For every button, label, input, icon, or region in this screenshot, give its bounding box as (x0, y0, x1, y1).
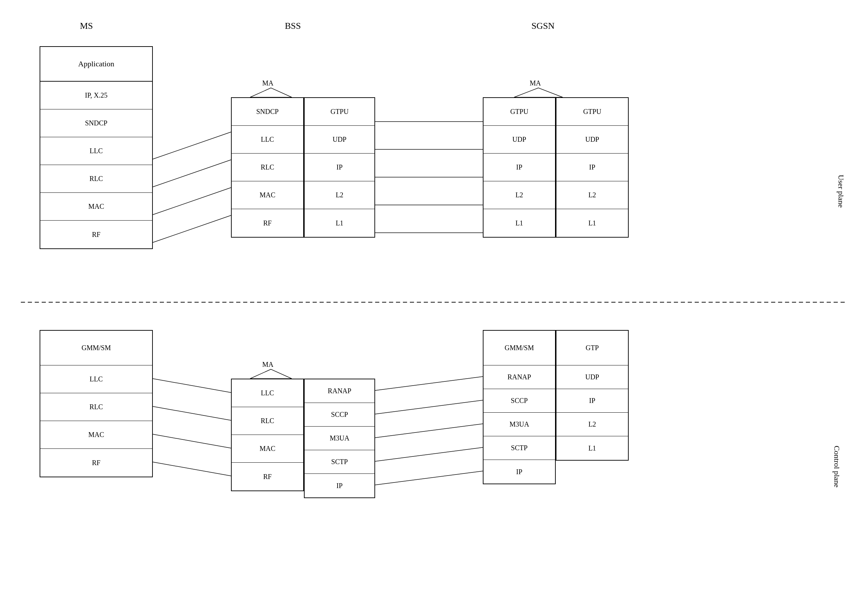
ms-cp-rlc: RLC (40, 393, 152, 421)
bss-right-control-plane-stack: RANAP SCCP M3UA SCTP IP (304, 379, 375, 498)
bss-header: BSS (285, 21, 301, 31)
bss-l1: L1 (305, 209, 374, 237)
svg-line-21 (375, 471, 483, 485)
bss-gtpu: GTPU (305, 98, 374, 126)
ms-control-plane-stack: GMM/SM LLC RLC MAC RF (40, 330, 153, 477)
ms-cp-rf: RF (40, 449, 152, 477)
ms-cp-llc: LLC (40, 366, 152, 393)
sgsn-ip-1: IP (483, 154, 555, 181)
sgsn-header: SGSN (531, 21, 554, 31)
sgsn-gtpu-2: GTPU (557, 98, 628, 126)
bss-ma-label: MA (262, 79, 273, 87)
sgsn-cp-ip2: IP (557, 389, 628, 413)
svg-marker-9 (250, 88, 292, 97)
bss-rf: RF (232, 209, 303, 237)
sgsn-sctp: SCTP (483, 436, 555, 460)
sgsn-right-user-plane-stack: GTPU UDP IP L2 L1 (556, 97, 629, 238)
bss-udp: UDP (305, 126, 374, 154)
sgsn-ranap: RANAP (483, 366, 555, 389)
bss-right-user-plane-stack: GTPU UDP IP L2 L1 (304, 97, 375, 238)
bss-left-user-plane-stack: SNDCP LLC RLC MAC RF (231, 97, 304, 238)
control-plane-label: Control plane (832, 446, 841, 487)
ms-sndcp: SNDCP (40, 109, 152, 137)
svg-line-2 (153, 187, 231, 215)
svg-line-19 (375, 424, 483, 438)
svg-line-20 (375, 447, 483, 461)
bss-sndcp: SNDCP (232, 98, 303, 126)
ms-application: Application (40, 47, 152, 81)
sgsn-gtp: GTP (557, 331, 628, 366)
svg-line-15 (153, 462, 231, 476)
bss-ranap: RANAP (305, 379, 374, 403)
ms-ip-x25: IP, X.25 (40, 81, 152, 109)
ms-mac: MAC (40, 193, 152, 221)
ms-header: MS (80, 21, 93, 31)
ms-cp-mac: MAC (40, 421, 152, 449)
sgsn-l2-2: L2 (557, 181, 628, 209)
bss-cp-rf: RF (232, 463, 303, 490)
sgsn-sccp: SCCP (483, 389, 555, 413)
sgsn-ma-label: MA (530, 79, 541, 87)
svg-line-3 (153, 215, 231, 243)
bss-sccp: SCCP (305, 403, 374, 427)
sgsn-cp-udp: UDP (557, 366, 628, 389)
bss-left-control-plane-stack: LLC RLC MAC RF (231, 379, 304, 491)
ms-rlc: RLC (40, 165, 152, 193)
svg-marker-10 (514, 88, 563, 97)
sgsn-gtpu-1: GTPU (483, 98, 555, 126)
ms-llc: LLC (40, 137, 152, 165)
sgsn-cp-l1: L1 (557, 436, 628, 460)
bss-llc: LLC (232, 126, 303, 154)
bss-cp-rlc: RLC (232, 407, 303, 435)
sgsn-l1-1: L1 (483, 209, 555, 237)
bss-ip: IP (305, 154, 374, 181)
bss-sctp: SCTP (305, 450, 374, 474)
svg-line-13 (153, 407, 231, 420)
sgsn-right-control-plane-stack: GTP UDP IP L2 L1 (556, 330, 629, 461)
bss-cp-llc: LLC (232, 379, 303, 407)
sgsn-cp-l2: L2 (557, 413, 628, 436)
sgsn-gmm-sm: GMM/SM (483, 331, 555, 366)
svg-line-0 (153, 132, 231, 159)
svg-line-1 (153, 160, 231, 187)
svg-line-12 (153, 379, 231, 393)
sgsn-m3ua: M3UA (483, 413, 555, 436)
bss-rlc: RLC (232, 154, 303, 181)
sgsn-left-control-plane-stack: GMM/SM RANAP SCCP M3UA SCTP IP (483, 330, 556, 484)
ms-gmm-sm: GMM/SM (40, 331, 152, 366)
sgsn-udp-2: UDP (557, 126, 628, 154)
svg-line-14 (153, 434, 231, 448)
svg-line-17 (375, 376, 483, 390)
svg-line-18 (375, 400, 483, 414)
sgsn-l2-1: L2 (483, 181, 555, 209)
svg-marker-16 (250, 369, 292, 379)
sgsn-udp-1: UDP (483, 126, 555, 154)
sgsn-cp-ip: IP (483, 460, 555, 484)
user-plane-label: User plane (837, 175, 846, 208)
bss-cp-ip: IP (305, 474, 374, 498)
sgsn-left-user-plane-stack: GTPU UDP IP L2 L1 (483, 97, 556, 238)
bss-l2: L2 (305, 181, 374, 209)
bss-m3ua: M3UA (305, 427, 374, 450)
sgsn-l1-2: L1 (557, 209, 628, 237)
bss-cp-ma-label: MA (262, 361, 273, 369)
ms-user-plane-stack: Application IP, X.25 SNDCP LLC RLC MAC R… (40, 46, 153, 249)
bss-cp-mac: MAC (232, 435, 303, 463)
ms-rf: RF (40, 221, 152, 248)
sgsn-ip-2: IP (557, 154, 628, 181)
bss-mac: MAC (232, 181, 303, 209)
